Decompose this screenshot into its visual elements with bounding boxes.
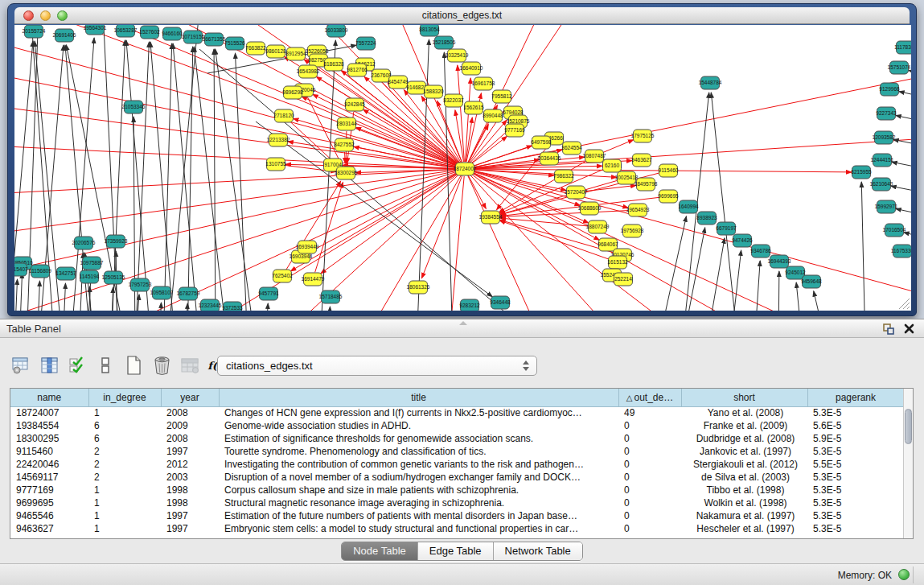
table-cell[interactable]: Nakamura et al. (1997)	[681, 509, 807, 522]
citation-edge-black[interactable]	[163, 43, 172, 311]
graph-node[interactable]: 10688609	[578, 202, 602, 215]
graph-node[interactable]: 9115460	[659, 164, 679, 177]
network-canvas[interactable]: 2015572420691406195643011065328715276029…	[14, 25, 911, 311]
table-select-dropdown[interactable]: citations_edges.txt	[217, 356, 537, 376]
graph-node[interactable]: 7625402	[272, 270, 293, 282]
citation-edge-black[interactable]	[899, 92, 911, 102]
graph-node[interactable]: 9346448	[490, 296, 511, 309]
graph-node[interactable]: 1562615	[463, 101, 484, 114]
citation-edge-black[interactable]	[861, 182, 865, 311]
table-cell[interactable]: 0	[618, 458, 681, 471]
table-cell[interactable]: 1997	[161, 445, 219, 458]
column-visibility-icon[interactable]	[39, 356, 59, 375]
graph-node[interactable]: 12444151	[871, 154, 894, 167]
graph-node[interactable]: 16671355	[203, 33, 226, 46]
table-cell[interactable]: 5.5E-5	[807, 458, 904, 471]
graph-node[interactable]: 8912954	[285, 47, 306, 60]
citation-edge-red[interactable]	[601, 140, 634, 154]
table-cell[interactable]: 2	[88, 458, 161, 471]
table-cell[interactable]: Stergiakouli et al. (2012)	[681, 458, 807, 471]
citation-edge-black[interactable]	[796, 282, 803, 311]
table-cell[interactable]: 9699695	[10, 496, 88, 509]
table-cell[interactable]: 6	[88, 432, 161, 445]
citation-edge-black[interactable]	[185, 303, 187, 311]
table-cell[interactable]: 0	[618, 445, 681, 458]
graph-node[interactable]: 8186328	[323, 58, 344, 71]
table-row[interactable]: 1938455462009Genome-wide association stu…	[10, 419, 904, 432]
graph-node[interactable]: 6679197	[716, 222, 737, 235]
citation-edge-black[interactable]	[216, 49, 256, 311]
tab-edge-table[interactable]: Edge Table	[417, 542, 493, 560]
citation-edge-black[interactable]	[896, 208, 911, 220]
graph-node[interactable]: 8454749	[388, 76, 409, 89]
citation-edge-red[interactable]	[472, 171, 911, 299]
graph-node[interactable]: 9129966	[879, 83, 900, 96]
citation-edge-black[interactable]	[167, 25, 199, 311]
graph-node[interactable]: 16944393	[768, 255, 791, 268]
table-cell[interactable]: Jankovic et al. (1997)	[681, 445, 807, 458]
column-header-short[interactable]: short	[681, 389, 807, 406]
table-cell[interactable]: 0	[618, 471, 681, 484]
graph-node[interactable]: 15448784	[699, 76, 722, 89]
table-cell[interactable]: Yano et al. (2008)	[681, 406, 807, 419]
graph-node[interactable]: 9346786	[750, 245, 771, 257]
graph-node[interactable]: 9777169	[504, 124, 525, 137]
window-titlebar[interactable]: citations_edges.txt	[14, 7, 910, 24]
graph-node[interactable]: 8813054	[419, 25, 440, 36]
graph-node[interactable]: 15751074	[888, 61, 911, 74]
graph-node[interactable]: 9283212	[459, 299, 480, 311]
table-cell[interactable]: 5.3E-5	[807, 509, 904, 522]
graph-node[interactable]: 9457791	[258, 287, 279, 300]
citation-edge-red[interactable]	[345, 152, 346, 163]
table-cell[interactable]: 9777169	[10, 484, 88, 496]
table-cell[interactable]: 2009	[161, 419, 219, 432]
citation-edge-black[interactable]	[14, 279, 18, 311]
citation-edge-black[interactable]	[150, 42, 175, 311]
graph-node[interactable]: 9372533	[222, 302, 243, 311]
table-row[interactable]: 946362711997Embryonic stem cells: a mode…	[10, 522, 904, 535]
graph-node[interactable]: 1310755	[265, 158, 286, 171]
table-cell[interactable]: 9115460	[10, 445, 88, 458]
table-cell[interactable]: 1998	[161, 496, 219, 509]
graph-node[interactable]: 9463627	[631, 154, 652, 167]
graph-node[interactable]: 6497598	[531, 136, 552, 149]
graph-node[interactable]: 252214	[614, 273, 633, 286]
graph-node[interactable]: 15218506	[433, 36, 456, 49]
graph-node[interactable]: 18807249	[586, 220, 610, 233]
graph-node[interactable]: 62160	[603, 159, 622, 172]
graph-node[interactable]: 8990448	[483, 109, 503, 122]
graph-node[interactable]: 10325419	[446, 49, 469, 62]
table-cell[interactable]: Embryonic stem cells: a model to study s…	[219, 522, 618, 535]
citation-edge-red[interactable]	[14, 169, 458, 194]
resize-grip[interactable]	[899, 299, 910, 309]
graph-node[interactable]: 16961758	[472, 77, 495, 90]
graph-node[interactable]: 3624554	[561, 142, 582, 154]
graph-node[interactable]: 9896298	[282, 86, 303, 99]
table-cell[interactable]: 2003	[161, 471, 219, 484]
graph-node[interactable]: 17957253	[129, 278, 152, 291]
graph-node[interactable]: 16782759	[177, 287, 200, 300]
graph-node[interactable]: 12213382	[267, 134, 290, 146]
graph-node[interactable]: 17016504	[883, 224, 906, 237]
table-cell[interactable]: 0	[618, 484, 681, 496]
citation-edge-black[interactable]	[265, 303, 268, 311]
graph-node[interactable]: 20155724	[23, 25, 46, 38]
citation-edge-black[interactable]	[111, 40, 125, 311]
new-table-icon[interactable]	[124, 356, 143, 375]
table-cell[interactable]: 1	[88, 496, 161, 509]
table-cell[interactable]: 9463627	[10, 522, 88, 535]
table-cell[interactable]: 1997	[161, 522, 219, 535]
graph-node[interactable]: 20206576	[72, 237, 96, 249]
citation-edge-black[interactable]	[778, 271, 779, 311]
graph-node[interactable]: 7986322	[553, 170, 574, 183]
table-cell[interactable]: 5.3E-5	[807, 445, 904, 458]
graph-node[interactable]: 21053346	[122, 101, 146, 113]
graph-node[interactable]: 1342757	[55, 267, 76, 280]
table-cell[interactable]: Structural magnetic resonance image aver…	[219, 496, 618, 509]
table-cell[interactable]: 5.3E-5	[807, 496, 904, 509]
merge-rows-icon[interactable]	[96, 356, 115, 375]
graph-node[interactable]: 18724007	[454, 163, 477, 175]
graph-node[interactable]: 1527602	[139, 26, 160, 39]
graph-node[interactable]: 18061326	[407, 281, 430, 294]
table-row[interactable]: 2242004622012Investigating the contribut…	[10, 458, 904, 471]
